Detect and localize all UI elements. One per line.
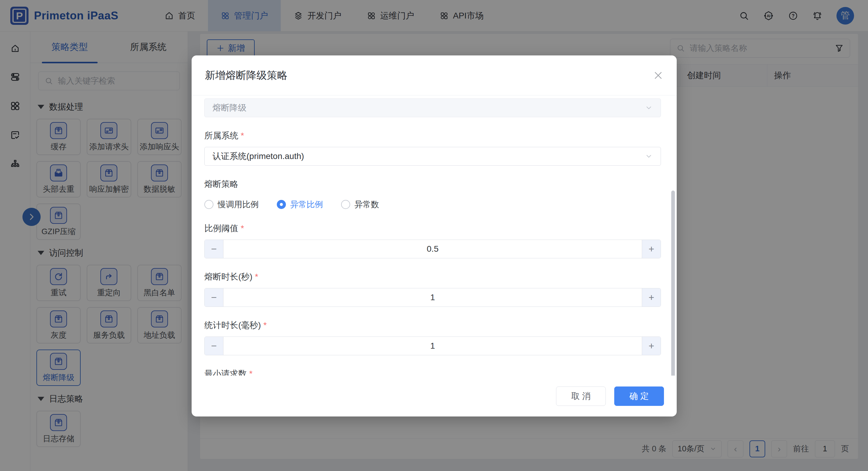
add-policy-modal: 新增熔断降级策略 熔断降级 所属系统 * 认证系统(primeton.auth)… (192, 56, 677, 416)
confirm-button[interactable]: 确 定 (614, 386, 664, 406)
cancel-button[interactable]: 取 消 (556, 386, 606, 406)
field-label-最小请求数: 最小请求数* (204, 368, 661, 376)
radio-label: 慢调用比例 (218, 199, 258, 210)
policy-type-value: 熔断降级 (213, 102, 247, 113)
number-stepper-熔断时长(秒): −1+ (204, 288, 661, 307)
radio-异常比例[interactable]: 异常比例 (277, 199, 323, 210)
radio-unchecked-icon (204, 200, 213, 209)
chevron-down-icon (645, 153, 653, 160)
strategy-radio-group: 慢调用比例异常比例异常数 (204, 199, 661, 210)
field-label-text: 最小请求数 (204, 368, 247, 376)
stepper-fields: 比例阈值*−0.5+熔断时长(秒)*−1+统计时长(毫秒)*−1+最小请求数*−… (204, 223, 661, 376)
field-label-text: 统计时长(毫秒) (204, 319, 261, 331)
required-asterisk: * (255, 272, 258, 282)
modal-title: 新增熔断降级策略 (205, 68, 287, 82)
modal-scrollbar[interactable] (671, 191, 675, 376)
required-asterisk: * (241, 131, 244, 140)
stepper-increase-button[interactable]: + (642, 240, 661, 258)
radio-慢调用比例[interactable]: 慢调用比例 (204, 199, 258, 210)
modal-body: 熔断降级 所属系统 * 认证系统(primeton.auth) 熔断策略 慢调用… (192, 95, 677, 376)
field-label-统计时长(毫秒): 统计时长(毫秒)* (204, 319, 661, 331)
number-stepper-统计时长(毫秒): −1+ (204, 337, 661, 355)
stepper-decrease-button[interactable]: − (205, 337, 223, 355)
stepper-decrease-button[interactable]: − (205, 288, 223, 306)
field-label-text: 所属系统 (204, 130, 238, 141)
stepper-decrease-button[interactable]: − (205, 240, 223, 258)
modal-footer: 取 消 确 定 (192, 376, 677, 416)
field-label-比例阈值: 比例阈值* (204, 223, 661, 234)
stepper-increase-button[interactable]: + (642, 288, 661, 306)
required-asterisk: * (264, 321, 267, 330)
stepper-value[interactable]: 1 (223, 337, 642, 355)
required-asterisk: * (249, 369, 252, 376)
radio-label: 异常比例 (290, 199, 323, 210)
policy-type-select: 熔断降级 (204, 98, 661, 117)
system-select[interactable]: 认证系统(primeton.auth) (204, 147, 661, 166)
radio-unchecked-icon (341, 200, 350, 209)
chevron-down-icon (645, 104, 653, 112)
required-asterisk: * (241, 224, 244, 233)
radio-label: 异常数 (354, 199, 379, 210)
field-label-text: 比例阈值 (204, 223, 238, 234)
radio-异常数[interactable]: 异常数 (341, 199, 379, 210)
number-stepper-比例阈值: −0.5+ (204, 240, 661, 258)
field-label-text: 熔断时长(秒) (204, 271, 252, 282)
field-label-text: 熔断策略 (204, 178, 238, 190)
stepper-value[interactable]: 1 (223, 288, 642, 306)
stepper-increase-button[interactable]: + (642, 337, 661, 355)
modal-header: 新增熔断降级策略 (192, 56, 677, 95)
strategy-field-label: 熔断策略 (204, 178, 661, 190)
field-label-熔断时长(秒): 熔断时长(秒)* (204, 271, 661, 282)
system-field-label: 所属系统 * (204, 130, 661, 141)
system-select-value: 认证系统(primeton.auth) (213, 150, 304, 162)
stepper-value[interactable]: 0.5 (223, 240, 642, 258)
radio-checked-icon (277, 200, 286, 209)
close-icon[interactable] (653, 70, 663, 80)
